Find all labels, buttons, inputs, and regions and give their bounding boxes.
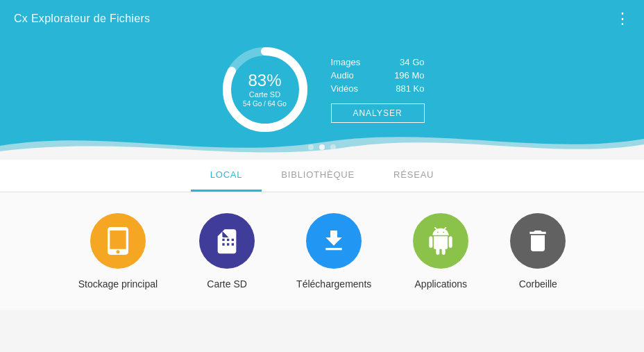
storage-percent: 83%	[243, 72, 287, 90]
icon-circle-applications	[413, 213, 468, 269]
icon-circle-cartesd	[199, 213, 255, 269]
stat-value-videos: 881 Ko	[383, 83, 425, 94]
icon-circle-corbeille	[510, 213, 566, 269]
tabs-container: LOCAL BIBLIOTHÈQUE RÉSEAU	[191, 160, 454, 192]
storage-detail: 54 Go / 64 Go	[243, 100, 287, 108]
stat-name-audio: Audio	[331, 70, 369, 81]
header-area: Cx Explorateur de Fichiers ⋮ 83% Carte S…	[0, 0, 644, 160]
download-icon	[320, 227, 348, 255]
sdcard-icon	[213, 227, 241, 255]
storage-label: Carte SD	[243, 90, 287, 100]
icon-circle-stockage	[90, 213, 146, 269]
tabs-section: LOCAL BIBLIOTHÈQUE RÉSEAU	[0, 160, 644, 192]
icon-item-stockage[interactable]: Stockage principal	[78, 213, 158, 290]
dashboard-content: 83% Carte SD 54 Go / 64 Go Images 34 Go …	[0, 44, 644, 135]
icon-label-stockage: Stockage principal	[78, 278, 158, 290]
icons-section: Stockage principal Carte SD Téléchargeme…	[0, 192, 644, 310]
donut-center: 83% Carte SD 54 Go / 64 Go	[243, 72, 287, 108]
storage-donut-chart: 83% Carte SD 54 Go / 64 Go	[220, 44, 310, 135]
app-title: Cx Explorateur de Fichiers	[14, 12, 150, 25]
stat-row-images: Images 34 Go	[331, 57, 425, 67]
stat-row-videos: Vidéos 881 Ko	[331, 83, 425, 94]
tab-reseau[interactable]: RÉSEAU	[374, 160, 453, 192]
top-bar: Cx Explorateur de Fichiers ⋮	[0, 0, 644, 37]
icon-item-telecharger[interactable]: Téléchargements	[296, 213, 371, 290]
icon-label-cartesd: Carte SD	[207, 278, 247, 290]
stat-value-images: 34 Go	[383, 57, 425, 67]
tablet-icon	[104, 227, 132, 255]
stat-name-videos: Vidéos	[331, 83, 369, 94]
analyze-button[interactable]: ANALYSER	[331, 103, 425, 123]
stat-value-audio: 196 Mo	[383, 70, 425, 81]
wave-svg	[0, 125, 644, 160]
tab-bibliotheque[interactable]: BIBLIOTHÈQUE	[262, 160, 374, 192]
icon-item-applications[interactable]: Applications	[413, 213, 468, 290]
more-options-icon[interactable]: ⋮	[615, 11, 630, 26]
icon-label-corbeille: Corbeille	[519, 278, 557, 290]
icon-circle-telecharger	[306, 213, 362, 269]
stat-name-images: Images	[331, 57, 369, 67]
icon-item-corbeille[interactable]: Corbeille	[510, 213, 566, 290]
trash-icon	[524, 227, 552, 255]
wave-decoration	[0, 125, 644, 160]
icon-label-telecharger: Téléchargements	[296, 278, 371, 290]
stat-row-audio: Audio 196 Mo	[331, 70, 425, 81]
tab-local[interactable]: LOCAL	[191, 160, 262, 192]
android-icon	[427, 227, 455, 255]
icon-item-cartesd[interactable]: Carte SD	[199, 213, 255, 290]
stats-panel: Images 34 Go Audio 196 Mo Vidéos 881 Ko …	[331, 57, 425, 123]
icon-label-applications: Applications	[415, 278, 468, 290]
